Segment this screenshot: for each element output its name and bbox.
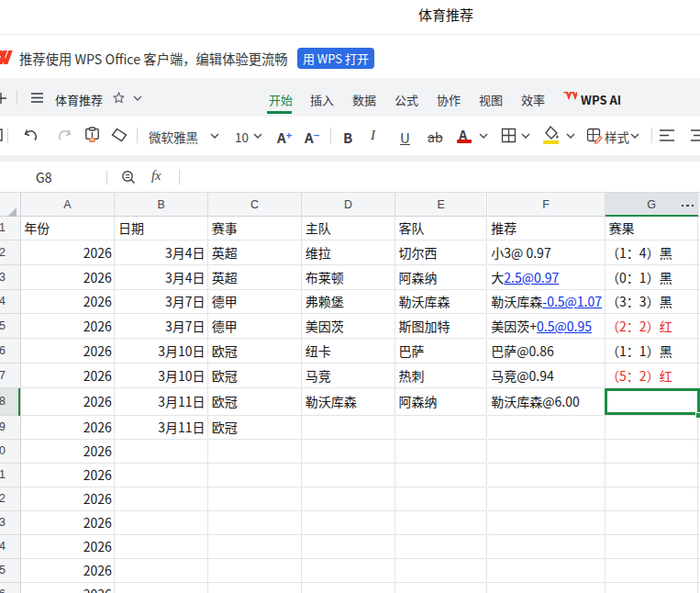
cell-A6: 2026 [21,339,116,364]
fx[interactable]: fx [151,168,161,184]
star[interactable] [113,92,125,104]
cell-F6: 巴萨@0.86 [488,339,606,364]
cell-F1: 推荐 [488,217,606,241]
rowhdr-2: 2 [0,241,21,265]
formula-bar: G8 fx [0,162,700,193]
align-center[interactable] [691,129,700,141]
cell-G16 [606,583,699,593]
cell-D2: 维拉 [302,241,395,265]
font-smaller[interactable]: A− [305,128,319,147]
banner-text: 推荐使用 WPS Office 客户端，编辑体验更流畅 [19,49,288,68]
menu-视图[interactable]: 视图 [479,91,503,108]
cell-D15 [302,559,395,583]
cell-B11 [115,464,208,487]
cell-C11 [208,464,302,487]
rowhdr-9: 9 [0,416,21,440]
menu-wpsai[interactable]: WPS AI [581,91,621,108]
cell-F5: 美因茨+0.5@0.95 [488,314,606,339]
cell-G13 [606,511,699,535]
cell-F9 [488,416,606,440]
search[interactable] [121,170,136,185]
cell-A4: 2026 [21,290,116,315]
cell-C9: 欧冠 [208,416,302,440]
cell-F2: 小3@ 0.97 [488,241,606,265]
cell-C10 [208,440,302,464]
cell-style[interactable] [586,128,603,144]
format-painter[interactable] [84,127,100,143]
col-menu[interactable] [682,205,694,207]
cell-E2: 切尔西 [395,241,488,265]
align-left[interactable] [660,129,675,141]
menu-开始[interactable]: 开始 [269,91,293,108]
cell-E6: 巴萨 [395,339,488,364]
colhdr-D: D [302,193,395,217]
doc-title-top: 体育推荐 [418,5,475,24]
open-in-wps[interactable]: 用 WPS 打开 [297,48,374,70]
bold[interactable]: B [343,128,352,147]
borders[interactable] [501,128,517,143]
cell-A16: 2026 [21,583,116,593]
rowhdr-11: 11 [0,464,21,487]
cell-G1: 赛果 [606,217,699,241]
cell-C4: 德甲 [208,290,302,315]
wpsai-logo [563,92,577,104]
cell-D14 [302,535,395,559]
cell-A9: 2026 [21,416,116,440]
cell-A15: 2026 [21,559,116,583]
rowhdr-8: 8 [0,388,21,416]
cell-E16 [395,583,488,593]
font-size[interactable]: 10 [235,128,249,146]
menu-数据[interactable]: 数据 [352,91,376,108]
menu-公式[interactable]: 公式 [394,91,418,108]
cell-C5: 德甲 [208,314,302,339]
font-bigger[interactable]: A+ [277,128,292,147]
cell-B16 [115,583,208,593]
rowhdr-12: 12 [0,487,21,511]
cell-F13 [488,511,606,535]
cell-F15 [488,559,606,583]
colhdr-E: E [395,193,488,217]
menu-hamburger[interactable] [31,93,43,103]
cell-A13: 2026 [21,511,116,535]
undo[interactable] [24,128,39,142]
cell-B13 [115,511,208,535]
cell-F14 [488,535,606,559]
strike[interactable]: ab [428,128,443,146]
cell-E9 [395,416,488,440]
cell-B14 [115,535,208,559]
rowhdr-13: 13 [0,511,21,535]
cell-B7: 3月10日 [115,364,208,388]
cell-D8: 勒沃库森 [302,388,395,416]
cell-A1: 年份 [21,217,116,241]
menu-协作[interactable]: 协作 [437,91,461,108]
font-name[interactable]: 微软雅黑 [149,128,198,146]
colhdr-A: A [21,193,116,217]
redo [57,128,72,142]
colhdr-B: B [115,193,208,217]
eraser[interactable] [111,128,128,142]
cell-A11: 2026 [21,464,116,487]
underline[interactable]: U [400,128,410,147]
italic[interactable]: I [371,128,375,143]
cell-D7: 马竞 [302,364,395,388]
cell-E14 [395,535,488,559]
cell-G14 [606,535,699,559]
cell-C3: 英超 [208,265,302,290]
menu-效率[interactable]: 效率 [521,91,545,108]
menu-插入[interactable]: 插入 [310,91,334,108]
cell-C8: 欧冠 [208,388,302,416]
cell-C13 [208,511,302,535]
promo-banner: 推荐使用 WPS Office 客户端，编辑体验更流畅 用 WPS 打开 [0,36,700,78]
cell-D13 [302,511,395,535]
cell-C16 [208,583,302,593]
cell-F12 [488,487,606,511]
cell-A12: 2026 [21,487,116,511]
cell-E8: 阿森纳 [395,388,488,416]
cell-D3: 布莱顿 [302,265,395,290]
cell-B2: 3月4日 [115,241,208,265]
cell-F10 [488,440,606,464]
cell-G15 [606,559,699,583]
cell-E1: 客队 [395,217,488,241]
fill-handle [695,412,700,419]
wps-logo [0,50,13,65]
